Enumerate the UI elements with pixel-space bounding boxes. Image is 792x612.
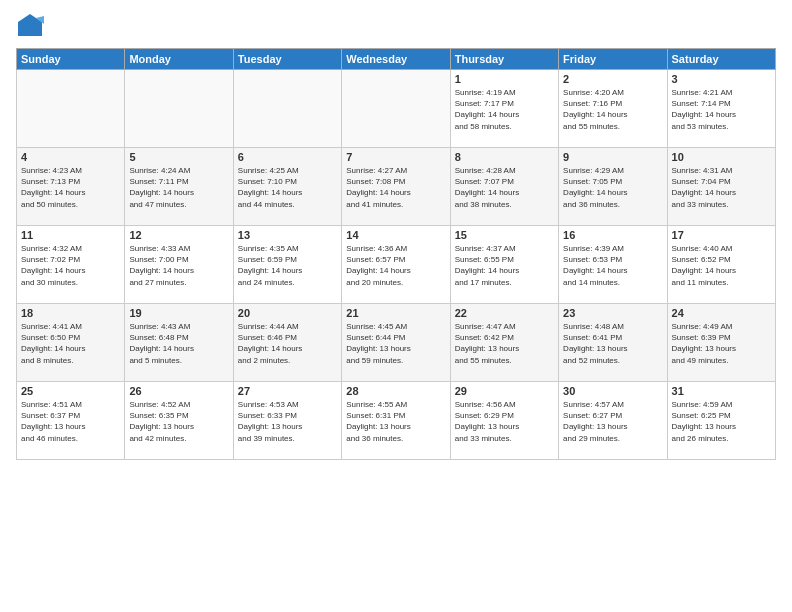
day-number: 13: [238, 229, 337, 241]
day-number: 31: [672, 385, 771, 397]
day-cell: 8Sunrise: 4:28 AM Sunset: 7:07 PM Daylig…: [450, 148, 558, 226]
header-row: SundayMondayTuesdayWednesdayThursdayFrid…: [17, 49, 776, 70]
day-cell: 23Sunrise: 4:48 AM Sunset: 6:41 PM Dayli…: [559, 304, 667, 382]
header-cell-friday: Friday: [559, 49, 667, 70]
day-cell: 11Sunrise: 4:32 AM Sunset: 7:02 PM Dayli…: [17, 226, 125, 304]
day-info: Sunrise: 4:39 AM Sunset: 6:53 PM Dayligh…: [563, 243, 662, 288]
day-cell: 2Sunrise: 4:20 AM Sunset: 7:16 PM Daylig…: [559, 70, 667, 148]
day-number: 8: [455, 151, 554, 163]
day-info: Sunrise: 4:56 AM Sunset: 6:29 PM Dayligh…: [455, 399, 554, 444]
day-cell: 26Sunrise: 4:52 AM Sunset: 6:35 PM Dayli…: [125, 382, 233, 460]
day-info: Sunrise: 4:43 AM Sunset: 6:48 PM Dayligh…: [129, 321, 228, 366]
day-cell: 20Sunrise: 4:44 AM Sunset: 6:46 PM Dayli…: [233, 304, 341, 382]
day-cell: 15Sunrise: 4:37 AM Sunset: 6:55 PM Dayli…: [450, 226, 558, 304]
day-cell: 29Sunrise: 4:56 AM Sunset: 6:29 PM Dayli…: [450, 382, 558, 460]
day-number: 1: [455, 73, 554, 85]
calendar-body: 1Sunrise: 4:19 AM Sunset: 7:17 PM Daylig…: [17, 70, 776, 460]
day-number: 10: [672, 151, 771, 163]
day-info: Sunrise: 4:48 AM Sunset: 6:41 PM Dayligh…: [563, 321, 662, 366]
day-info: Sunrise: 4:32 AM Sunset: 7:02 PM Dayligh…: [21, 243, 120, 288]
day-number: 5: [129, 151, 228, 163]
day-info: Sunrise: 4:47 AM Sunset: 6:42 PM Dayligh…: [455, 321, 554, 366]
day-number: 30: [563, 385, 662, 397]
day-info: Sunrise: 4:35 AM Sunset: 6:59 PM Dayligh…: [238, 243, 337, 288]
day-number: 6: [238, 151, 337, 163]
day-cell: 30Sunrise: 4:57 AM Sunset: 6:27 PM Dayli…: [559, 382, 667, 460]
day-cell: 18Sunrise: 4:41 AM Sunset: 6:50 PM Dayli…: [17, 304, 125, 382]
day-number: 29: [455, 385, 554, 397]
day-info: Sunrise: 4:19 AM Sunset: 7:17 PM Dayligh…: [455, 87, 554, 132]
header-cell-thursday: Thursday: [450, 49, 558, 70]
day-cell: 22Sunrise: 4:47 AM Sunset: 6:42 PM Dayli…: [450, 304, 558, 382]
day-number: 7: [346, 151, 445, 163]
day-cell: 7Sunrise: 4:27 AM Sunset: 7:08 PM Daylig…: [342, 148, 450, 226]
day-cell: 12Sunrise: 4:33 AM Sunset: 7:00 PM Dayli…: [125, 226, 233, 304]
day-info: Sunrise: 4:31 AM Sunset: 7:04 PM Dayligh…: [672, 165, 771, 210]
day-number: 22: [455, 307, 554, 319]
day-number: 28: [346, 385, 445, 397]
day-number: 19: [129, 307, 228, 319]
day-cell: 27Sunrise: 4:53 AM Sunset: 6:33 PM Dayli…: [233, 382, 341, 460]
day-number: 9: [563, 151, 662, 163]
day-number: 17: [672, 229, 771, 241]
day-number: 11: [21, 229, 120, 241]
day-cell: 3Sunrise: 4:21 AM Sunset: 7:14 PM Daylig…: [667, 70, 775, 148]
day-cell: [125, 70, 233, 148]
day-info: Sunrise: 4:28 AM Sunset: 7:07 PM Dayligh…: [455, 165, 554, 210]
day-number: 15: [455, 229, 554, 241]
header: [16, 12, 776, 40]
day-number: 23: [563, 307, 662, 319]
day-info: Sunrise: 4:59 AM Sunset: 6:25 PM Dayligh…: [672, 399, 771, 444]
day-cell: [233, 70, 341, 148]
day-number: 26: [129, 385, 228, 397]
week-row-2: 11Sunrise: 4:32 AM Sunset: 7:02 PM Dayli…: [17, 226, 776, 304]
week-row-4: 25Sunrise: 4:51 AM Sunset: 6:37 PM Dayli…: [17, 382, 776, 460]
day-info: Sunrise: 4:29 AM Sunset: 7:05 PM Dayligh…: [563, 165, 662, 210]
day-number: 25: [21, 385, 120, 397]
header-cell-saturday: Saturday: [667, 49, 775, 70]
day-cell: 14Sunrise: 4:36 AM Sunset: 6:57 PM Dayli…: [342, 226, 450, 304]
day-info: Sunrise: 4:23 AM Sunset: 7:13 PM Dayligh…: [21, 165, 120, 210]
day-cell: 5Sunrise: 4:24 AM Sunset: 7:11 PM Daylig…: [125, 148, 233, 226]
day-info: Sunrise: 4:25 AM Sunset: 7:10 PM Dayligh…: [238, 165, 337, 210]
day-number: 21: [346, 307, 445, 319]
day-cell: [17, 70, 125, 148]
day-cell: 4Sunrise: 4:23 AM Sunset: 7:13 PM Daylig…: [17, 148, 125, 226]
day-cell: 24Sunrise: 4:49 AM Sunset: 6:39 PM Dayli…: [667, 304, 775, 382]
week-row-1: 4Sunrise: 4:23 AM Sunset: 7:13 PM Daylig…: [17, 148, 776, 226]
svg-marker-0: [18, 14, 42, 36]
day-number: 20: [238, 307, 337, 319]
day-info: Sunrise: 4:24 AM Sunset: 7:11 PM Dayligh…: [129, 165, 228, 210]
day-cell: 17Sunrise: 4:40 AM Sunset: 6:52 PM Dayli…: [667, 226, 775, 304]
day-number: 18: [21, 307, 120, 319]
day-info: Sunrise: 4:57 AM Sunset: 6:27 PM Dayligh…: [563, 399, 662, 444]
day-info: Sunrise: 4:44 AM Sunset: 6:46 PM Dayligh…: [238, 321, 337, 366]
day-number: 3: [672, 73, 771, 85]
day-info: Sunrise: 4:45 AM Sunset: 6:44 PM Dayligh…: [346, 321, 445, 366]
day-number: 24: [672, 307, 771, 319]
day-info: Sunrise: 4:33 AM Sunset: 7:00 PM Dayligh…: [129, 243, 228, 288]
day-info: Sunrise: 4:37 AM Sunset: 6:55 PM Dayligh…: [455, 243, 554, 288]
day-number: 12: [129, 229, 228, 241]
day-number: 16: [563, 229, 662, 241]
day-cell: 28Sunrise: 4:55 AM Sunset: 6:31 PM Dayli…: [342, 382, 450, 460]
header-cell-wednesday: Wednesday: [342, 49, 450, 70]
day-cell: 19Sunrise: 4:43 AM Sunset: 6:48 PM Dayli…: [125, 304, 233, 382]
week-row-0: 1Sunrise: 4:19 AM Sunset: 7:17 PM Daylig…: [17, 70, 776, 148]
day-info: Sunrise: 4:53 AM Sunset: 6:33 PM Dayligh…: [238, 399, 337, 444]
day-cell: 6Sunrise: 4:25 AM Sunset: 7:10 PM Daylig…: [233, 148, 341, 226]
day-cell: 31Sunrise: 4:59 AM Sunset: 6:25 PM Dayli…: [667, 382, 775, 460]
day-cell: [342, 70, 450, 148]
day-cell: 9Sunrise: 4:29 AM Sunset: 7:05 PM Daylig…: [559, 148, 667, 226]
day-number: 27: [238, 385, 337, 397]
day-info: Sunrise: 4:21 AM Sunset: 7:14 PM Dayligh…: [672, 87, 771, 132]
logo: [16, 12, 48, 40]
day-cell: 25Sunrise: 4:51 AM Sunset: 6:37 PM Dayli…: [17, 382, 125, 460]
header-cell-tuesday: Tuesday: [233, 49, 341, 70]
day-cell: 16Sunrise: 4:39 AM Sunset: 6:53 PM Dayli…: [559, 226, 667, 304]
day-info: Sunrise: 4:52 AM Sunset: 6:35 PM Dayligh…: [129, 399, 228, 444]
day-cell: 13Sunrise: 4:35 AM Sunset: 6:59 PM Dayli…: [233, 226, 341, 304]
day-info: Sunrise: 4:55 AM Sunset: 6:31 PM Dayligh…: [346, 399, 445, 444]
calendar-table: SundayMondayTuesdayWednesdayThursdayFrid…: [16, 48, 776, 460]
day-cell: 1Sunrise: 4:19 AM Sunset: 7:17 PM Daylig…: [450, 70, 558, 148]
